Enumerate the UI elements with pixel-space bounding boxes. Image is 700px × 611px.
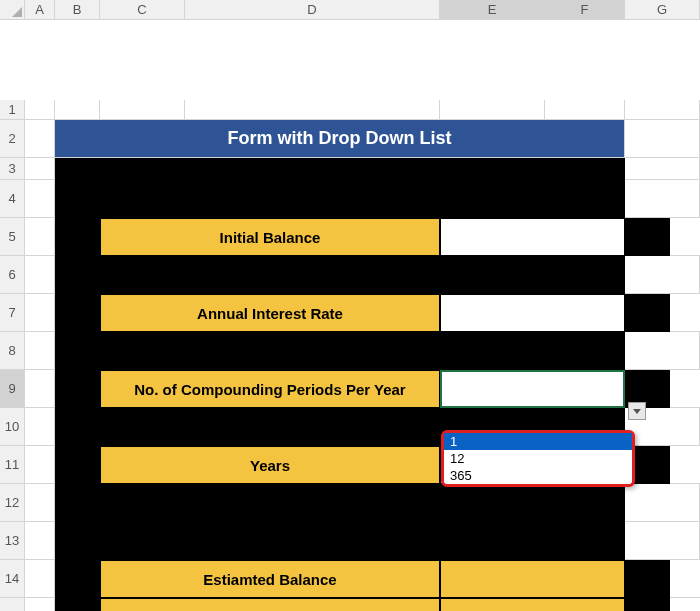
col-header-G[interactable]: G — [625, 0, 700, 20]
row-header-10[interactable]: 10 — [0, 408, 25, 446]
row-header-9[interactable]: 9 — [0, 370, 25, 408]
cell[interactable] — [670, 370, 700, 408]
cell[interactable] — [25, 180, 55, 218]
cell[interactable] — [670, 560, 700, 598]
label-annual-rate: Annual Interest Rate — [100, 294, 440, 332]
cell[interactable] — [625, 560, 670, 598]
row-header-6[interactable]: 6 — [0, 256, 25, 294]
cell[interactable] — [25, 370, 55, 408]
row-header-5[interactable]: 5 — [0, 218, 25, 256]
cell[interactable] — [55, 218, 100, 256]
row-header-11[interactable]: 11 — [0, 446, 25, 484]
spreadsheet-grid: A B C D E F G — [0, 0, 700, 100]
cell[interactable] — [25, 408, 55, 446]
cell[interactable] — [100, 100, 185, 120]
cell[interactable] — [25, 598, 55, 611]
input-annual-rate[interactable] — [440, 294, 625, 332]
row-header-14[interactable]: 14 — [0, 560, 25, 598]
cell[interactable] — [25, 158, 55, 180]
row-header-13[interactable]: 13 — [0, 522, 25, 560]
cell[interactable] — [625, 598, 670, 611]
cell[interactable] — [55, 294, 100, 332]
label-initial-balance: Initial Balance — [100, 218, 440, 256]
output-gained-interest — [440, 598, 625, 611]
label-est-balance: Estiamted Balance — [100, 560, 440, 598]
form-title: Form with Drop Down List — [55, 120, 625, 158]
cell[interactable] — [55, 446, 100, 484]
cell[interactable] — [670, 598, 700, 611]
row-header-2[interactable]: 2 — [0, 120, 25, 158]
cell[interactable] — [625, 100, 700, 120]
cell[interactable] — [670, 446, 700, 484]
cell[interactable] — [55, 256, 625, 294]
cell[interactable] — [55, 100, 100, 120]
row-header-3[interactable]: 3 — [0, 158, 25, 180]
cell[interactable] — [625, 218, 670, 256]
label-years: Years — [100, 446, 440, 484]
cell[interactable] — [25, 332, 55, 370]
dropdown-toggle[interactable] — [628, 402, 646, 420]
cell[interactable] — [625, 484, 700, 522]
cell[interactable] — [625, 158, 700, 180]
col-header-A[interactable]: A — [25, 0, 55, 20]
dropdown-option[interactable]: 12 — [444, 450, 632, 467]
cell[interactable] — [55, 560, 100, 598]
cell[interactable] — [55, 522, 625, 560]
cell[interactable] — [55, 332, 625, 370]
cell[interactable] — [55, 158, 625, 180]
cell[interactable] — [625, 180, 700, 218]
col-header-C[interactable]: C — [100, 0, 185, 20]
row-header-4[interactable]: 4 — [0, 180, 25, 218]
row-header-8[interactable]: 8 — [0, 332, 25, 370]
label-gained-interest: Gained Interest — [100, 598, 440, 611]
cell[interactable] — [25, 484, 55, 522]
row-header-1[interactable]: 1 — [0, 100, 25, 120]
cell[interactable] — [55, 484, 625, 522]
cell[interactable] — [625, 120, 700, 158]
label-periods: No. of Compounding Periods Per Year — [100, 370, 440, 408]
cell[interactable] — [625, 256, 700, 294]
output-est-balance — [440, 560, 625, 598]
cell[interactable] — [670, 294, 700, 332]
cell[interactable] — [55, 598, 100, 611]
cell[interactable] — [545, 100, 625, 120]
col-header-E[interactable]: E — [440, 0, 545, 20]
input-initial-balance[interactable] — [440, 218, 625, 256]
cell[interactable] — [625, 332, 700, 370]
cell[interactable] — [25, 256, 55, 294]
cell[interactable] — [670, 218, 700, 256]
input-periods[interactable] — [440, 370, 625, 408]
row-header-12[interactable]: 12 — [0, 484, 25, 522]
cell[interactable] — [25, 100, 55, 120]
select-all-corner[interactable] — [0, 0, 25, 20]
row-header-15[interactable]: 15 — [0, 598, 25, 611]
col-header-B[interactable]: B — [55, 0, 100, 20]
dropdown-option[interactable]: 365 — [444, 467, 632, 484]
cell[interactable] — [25, 218, 55, 256]
cell[interactable] — [55, 180, 625, 218]
cell[interactable] — [25, 120, 55, 158]
cell[interactable] — [625, 294, 670, 332]
cell[interactable] — [25, 560, 55, 598]
cell[interactable] — [25, 294, 55, 332]
cell[interactable] — [25, 522, 55, 560]
cell[interactable] — [185, 100, 440, 120]
dropdown-list: 1 12 365 — [441, 430, 635, 487]
cell[interactable] — [625, 522, 700, 560]
col-header-D[interactable]: D — [185, 0, 440, 20]
sheet-body: 1 2 Form with Drop Down List 3 4 5 Initi… — [0, 100, 700, 611]
cell[interactable] — [55, 370, 100, 408]
cell[interactable] — [440, 100, 545, 120]
col-header-F[interactable]: F — [545, 0, 625, 20]
row-header-7[interactable]: 7 — [0, 294, 25, 332]
dropdown-option[interactable]: 1 — [444, 433, 632, 450]
cell[interactable] — [25, 446, 55, 484]
